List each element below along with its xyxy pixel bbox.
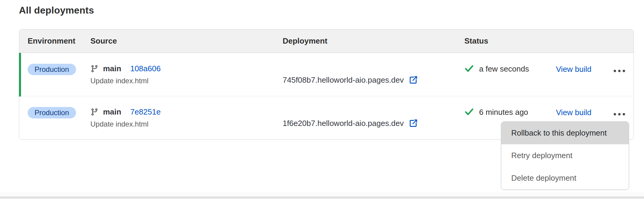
commit-message: Update index.html <box>90 120 283 128</box>
column-header-status: Status <box>464 36 556 46</box>
success-check-icon <box>464 107 474 117</box>
menu-item-delete[interactable]: Delete deployment <box>501 167 629 189</box>
actions-menu: Rollback to this deployment Retry deploy… <box>501 121 629 190</box>
deployment-url: 745f08b7.helloworld-aio.pages.dev <box>283 75 404 85</box>
more-actions-button[interactable] <box>612 53 633 76</box>
more-actions-button[interactable] <box>612 96 633 120</box>
environment-badge: Production <box>28 64 76 75</box>
commit-link[interactable]: 7e8251e <box>130 107 161 117</box>
commit-message: Update index.html <box>90 77 283 85</box>
git-branch-icon <box>90 65 99 73</box>
active-deployment-indicator <box>19 53 21 96</box>
menu-item-rollback[interactable]: Rollback to this deployment <box>501 122 629 144</box>
git-branch-icon <box>90 108 99 116</box>
environment-badge: Production <box>28 107 76 118</box>
deployment-status: a few seconds <box>479 63 529 74</box>
view-build-link[interactable]: View build <box>556 65 591 74</box>
commit-link[interactable]: 108a606 <box>130 64 161 73</box>
external-link-icon[interactable] <box>409 119 418 128</box>
success-check-icon <box>464 64 474 73</box>
page-title: All deployments <box>19 5 94 16</box>
external-link-icon[interactable] <box>409 75 418 85</box>
deployment-status: 6 minutes ago <box>479 107 528 117</box>
branch-name: main <box>103 107 121 117</box>
page-bottom-tail <box>0 198 644 199</box>
view-build-link[interactable]: View build <box>556 108 591 117</box>
ellipsis-icon <box>614 70 616 72</box>
page-bottom-band <box>0 192 644 197</box>
table-header: Environment Source Deployment Status <box>19 29 633 53</box>
deployment-url: 1f6e20b7.helloworld-aio.pages.dev <box>283 119 404 128</box>
table-row: Production main 108a606 Update index.htm… <box>19 53 633 96</box>
ellipsis-icon <box>614 113 616 115</box>
menu-item-retry[interactable]: Retry deployment <box>501 144 629 167</box>
column-header-source: Source <box>90 36 283 46</box>
column-header-environment: Environment <box>28 36 90 46</box>
column-header-deployment: Deployment <box>283 36 464 46</box>
branch-name: main <box>103 64 121 73</box>
